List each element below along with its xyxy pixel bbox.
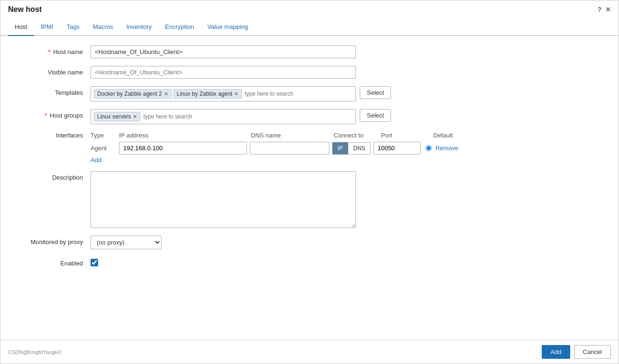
host-groups-tag-container[interactable]: Linux servers ✕ (91, 109, 356, 124)
templates-row: Templates Docker by Zabbix agent 2 ✕ Lin… (15, 86, 604, 101)
enabled-row: Enabled (15, 257, 604, 267)
interface-row-agent: Agent IP DNS Remove (91, 142, 471, 155)
dialog-title-icons: ? ✕ (597, 6, 611, 13)
footer-watermark: CSDN@KnightYangHJ (8, 349, 61, 355)
col-dns-header: DNS name (251, 132, 334, 139)
enabled-label: Enabled (15, 257, 91, 267)
description-row: Description (15, 171, 604, 228)
monitored-by-proxy-row: Monitored by proxy (no proxy) (15, 236, 604, 249)
templates-tag-container[interactable]: Docker by Zabbix agent 2 ✕ Linux by Zabb… (91, 86, 356, 101)
col-ip-header: IP address (119, 132, 251, 139)
tab-tags[interactable]: Tags (60, 18, 86, 36)
visible-name-input[interactable] (91, 66, 356, 79)
template-tag-linux-label: Linux by Zabbix agent (177, 91, 232, 97)
footer-buttons: Add Cancel (542, 345, 611, 359)
templates-label: Templates (15, 86, 91, 96)
tab-macros[interactable]: Macros (86, 18, 120, 36)
enabled-checkbox[interactable] (91, 259, 98, 266)
interface-default-radio (426, 145, 432, 151)
interfaces-wrapper: Interfaces Type IP address DNS name Conn… (15, 132, 604, 155)
visible-name-label: Visible name (15, 66, 91, 76)
tab-host[interactable]: Host (8, 18, 34, 36)
tab-ipmi[interactable]: IPMI (34, 18, 60, 36)
dialog-title-text: New host (8, 5, 42, 14)
template-tag-linux-remove[interactable]: ✕ (234, 91, 238, 97)
interfaces-content: Type IP address DNS name Connect to Port… (91, 132, 471, 155)
template-tag-linux: Linux by Zabbix agent ✕ (173, 89, 242, 99)
dialog-footer: CSDN@KnightYangHJ Add Cancel (0, 340, 619, 364)
interfaces-column-headers: Type IP address DNS name Connect to Port… (91, 132, 471, 139)
form-body: * Host name Visible name Templates Docke… (0, 36, 619, 284)
cancel-button[interactable]: Cancel (574, 345, 611, 359)
host-groups-row: * Host groups Linux servers ✕ Select (15, 109, 604, 124)
enabled-checkbox-container (91, 257, 98, 266)
interface-ip-input[interactable] (119, 142, 247, 155)
description-textarea[interactable] (91, 171, 356, 228)
templates-select-button[interactable]: Select (360, 86, 391, 99)
interfaces-label: Interfaces (15, 132, 91, 139)
visible-name-row: Visible name (15, 66, 604, 79)
connect-ip-button[interactable]: IP (332, 142, 348, 155)
required-star: * (48, 48, 50, 55)
interface-remove-link[interactable]: Remove (436, 145, 458, 152)
interfaces-add-link[interactable]: Add (91, 156, 101, 164)
host-groups-select-button[interactable]: Select (360, 109, 391, 122)
tab-bar: Host IPMI Tags Macros Inventory Encrypti… (0, 18, 619, 36)
host-group-tag-linux-servers-remove[interactable]: ✕ (133, 114, 137, 119)
template-tag-docker: Docker by Zabbix agent 2 ✕ (94, 89, 172, 99)
col-type-header: Type (91, 132, 119, 139)
tab-encryption[interactable]: Encryption (158, 18, 200, 36)
dialog-title-bar: New host ? ✕ (0, 0, 619, 18)
description-label: Description (15, 171, 91, 181)
col-connect-header: Connect to (334, 132, 381, 139)
interfaces-section: Interfaces Type IP address DNS name Conn… (15, 132, 604, 164)
host-name-input[interactable] (91, 46, 356, 58)
interface-type-agent: Agent (91, 145, 119, 152)
interface-default-radio-input[interactable] (426, 145, 432, 151)
interface-dns-input[interactable] (250, 142, 329, 155)
interface-port-input[interactable] (373, 142, 421, 155)
tab-value-mapping[interactable]: Value mapping (200, 18, 255, 36)
host-groups-search-input[interactable] (142, 112, 353, 121)
template-tag-docker-label: Docker by Zabbix agent 2 (97, 91, 162, 97)
host-group-tag-linux-servers: Linux servers ✕ (94, 112, 140, 121)
template-tag-docker-remove[interactable]: ✕ (164, 91, 168, 97)
help-icon[interactable]: ? (597, 6, 601, 13)
col-default-header: Default (433, 132, 471, 139)
close-icon[interactable]: ✕ (605, 6, 611, 13)
templates-search-input[interactable] (244, 90, 353, 98)
interfaces-add-wrapper: Add (15, 155, 604, 164)
host-name-label: * Host name (15, 46, 91, 55)
host-group-tag-linux-servers-label: Linux servers (97, 113, 131, 120)
add-button[interactable]: Add (542, 345, 570, 359)
col-port-header: Port (381, 132, 433, 139)
connect-dns-button[interactable]: DNS (348, 142, 370, 155)
host-groups-label: * Host groups (15, 109, 91, 119)
new-host-dialog: New host ? ✕ Host IPMI Tags Macros Inven… (0, 0, 619, 364)
host-groups-required-star: * (45, 112, 47, 119)
monitored-by-proxy-label: Monitored by proxy (15, 236, 91, 246)
proxy-select[interactable]: (no proxy) (91, 236, 162, 249)
host-name-row: * Host name (15, 46, 604, 58)
connect-to-buttons: IP DNS (332, 142, 371, 155)
tab-inventory[interactable]: Inventory (120, 18, 158, 36)
